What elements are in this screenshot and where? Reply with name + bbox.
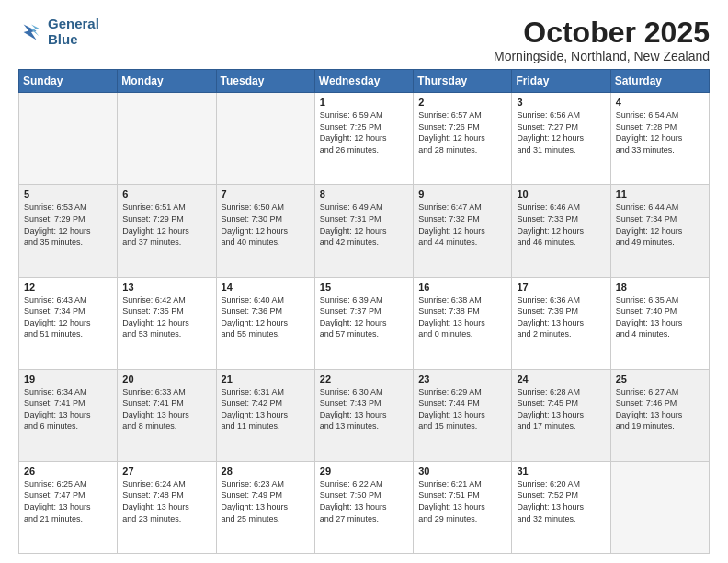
day-info: Sunrise: 6:27 AMSunset: 7:46 PMDaylight:… [616,386,704,432]
day-number: 1 [320,97,408,108]
logo-general: General [48,17,99,32]
header-saturday: Saturday [610,70,709,93]
day-number: 26 [24,465,112,477]
day-number: 23 [418,373,506,385]
calendar-week-row: 26Sunrise: 6:25 AMSunset: 7:47 PMDayligh… [19,461,710,553]
logo: General Blue [18,17,99,47]
table-row: 7Sunrise: 6:50 AMSunset: 7:30 PMDaylight… [216,185,314,277]
day-info: Sunrise: 6:43 AMSunset: 7:34 PMDaylight:… [24,294,112,340]
table-row: 19Sunrise: 6:34 AMSunset: 7:41 PMDayligh… [19,369,118,461]
day-info: Sunrise: 6:23 AMSunset: 7:49 PMDaylight:… [222,478,310,524]
page: General Blue October 2025 Morningside, N… [0,0,728,563]
day-info: Sunrise: 6:57 AMSunset: 7:26 PMDaylight:… [418,109,506,155]
table-row: 17Sunrise: 6:36 AMSunset: 7:39 PMDayligh… [512,277,610,369]
day-info: Sunrise: 6:46 AMSunset: 7:33 PMDaylight:… [517,201,605,247]
day-number: 12 [24,282,112,293]
day-info: Sunrise: 6:36 AMSunset: 7:39 PMDaylight:… [517,294,605,340]
header-wednesday: Wednesday [314,70,413,93]
day-number: 2 [418,97,506,108]
day-info: Sunrise: 6:49 AMSunset: 7:31 PMDaylight:… [320,201,408,247]
day-number: 22 [320,373,408,385]
day-number: 18 [616,282,704,293]
table-row: 3Sunrise: 6:56 AMSunset: 7:27 PMDaylight… [512,93,610,185]
day-info: Sunrise: 6:40 AMSunset: 7:36 PMDaylight:… [222,294,310,340]
day-info: Sunrise: 6:54 AMSunset: 7:28 PMDaylight:… [616,109,704,155]
day-number: 10 [517,189,605,200]
logo-icon [18,19,44,45]
table-row: 30Sunrise: 6:21 AMSunset: 7:51 PMDayligh… [414,461,512,553]
calendar-table: Sunday Monday Tuesday Wednesday Thursday… [18,69,710,554]
table-row: 20Sunrise: 6:33 AMSunset: 7:41 PMDayligh… [118,369,216,461]
calendar-header-row: Sunday Monday Tuesday Wednesday Thursday… [19,70,710,93]
day-info: Sunrise: 6:39 AMSunset: 7:37 PMDaylight:… [320,294,408,340]
table-row: 18Sunrise: 6:35 AMSunset: 7:40 PMDayligh… [610,277,709,369]
day-info: Sunrise: 6:59 AMSunset: 7:25 PMDaylight:… [320,109,408,155]
day-info: Sunrise: 6:53 AMSunset: 7:29 PMDaylight:… [24,201,112,247]
calendar-week-row: 1Sunrise: 6:59 AMSunset: 7:25 PMDaylight… [19,93,710,185]
day-info: Sunrise: 6:33 AMSunset: 7:41 PMDaylight:… [122,386,210,432]
table-row [118,93,216,185]
day-number: 3 [517,97,605,108]
day-info: Sunrise: 6:28 AMSunset: 7:45 PMDaylight:… [517,386,605,432]
day-info: Sunrise: 6:47 AMSunset: 7:32 PMDaylight:… [418,201,506,247]
day-number: 7 [222,189,310,200]
day-number: 31 [517,465,605,477]
day-info: Sunrise: 6:44 AMSunset: 7:34 PMDaylight:… [616,201,704,247]
day-number: 14 [222,282,310,293]
table-row: 2Sunrise: 6:57 AMSunset: 7:26 PMDaylight… [414,93,512,185]
day-info: Sunrise: 6:29 AMSunset: 7:44 PMDaylight:… [418,386,506,432]
table-row: 31Sunrise: 6:20 AMSunset: 7:52 PMDayligh… [512,461,610,553]
day-number: 11 [616,189,704,200]
day-number: 9 [418,189,506,200]
day-info: Sunrise: 6:24 AMSunset: 7:48 PMDaylight:… [122,478,210,524]
logo-blue: Blue [48,32,99,48]
day-info: Sunrise: 6:51 AMSunset: 7:29 PMDaylight:… [122,201,210,247]
day-info: Sunrise: 6:20 AMSunset: 7:52 PMDaylight:… [517,478,605,524]
day-number: 20 [122,373,210,385]
header: General Blue October 2025 Morningside, N… [18,17,710,63]
day-number: 27 [122,465,210,477]
table-row: 5Sunrise: 6:53 AMSunset: 7:29 PMDaylight… [19,185,118,277]
table-row: 25Sunrise: 6:27 AMSunset: 7:46 PMDayligh… [610,369,709,461]
day-number: 28 [222,465,310,477]
calendar-week-row: 12Sunrise: 6:43 AMSunset: 7:34 PMDayligh… [19,277,710,369]
header-friday: Friday [512,70,610,93]
table-row: 29Sunrise: 6:22 AMSunset: 7:50 PMDayligh… [314,461,413,553]
day-info: Sunrise: 6:25 AMSunset: 7:47 PMDaylight:… [24,478,112,524]
header-thursday: Thursday [414,70,512,93]
month-title: October 2025 [494,17,710,49]
day-info: Sunrise: 6:21 AMSunset: 7:51 PMDaylight:… [418,478,506,524]
day-number: 25 [616,373,704,385]
table-row: 13Sunrise: 6:42 AMSunset: 7:35 PMDayligh… [118,277,216,369]
day-number: 30 [418,465,506,477]
table-row: 4Sunrise: 6:54 AMSunset: 7:28 PMDaylight… [610,93,709,185]
day-info: Sunrise: 6:34 AMSunset: 7:41 PMDaylight:… [24,386,112,432]
table-row: 10Sunrise: 6:46 AMSunset: 7:33 PMDayligh… [512,185,610,277]
day-number: 16 [418,282,506,293]
day-number: 21 [222,373,310,385]
day-info: Sunrise: 6:22 AMSunset: 7:50 PMDaylight:… [320,478,408,524]
day-number: 4 [616,97,704,108]
calendar-week-row: 19Sunrise: 6:34 AMSunset: 7:41 PMDayligh… [19,369,710,461]
day-info: Sunrise: 6:50 AMSunset: 7:30 PMDaylight:… [222,201,310,247]
table-row: 28Sunrise: 6:23 AMSunset: 7:49 PMDayligh… [216,461,314,553]
table-row: 23Sunrise: 6:29 AMSunset: 7:44 PMDayligh… [414,369,512,461]
table-row: 27Sunrise: 6:24 AMSunset: 7:48 PMDayligh… [118,461,216,553]
day-number: 8 [320,189,408,200]
day-number: 29 [320,465,408,477]
day-number: 6 [122,189,210,200]
table-row: 24Sunrise: 6:28 AMSunset: 7:45 PMDayligh… [512,369,610,461]
table-row: 6Sunrise: 6:51 AMSunset: 7:29 PMDaylight… [118,185,216,277]
day-number: 19 [24,373,112,385]
day-info: Sunrise: 6:56 AMSunset: 7:27 PMDaylight:… [517,109,605,155]
table-row: 8Sunrise: 6:49 AMSunset: 7:31 PMDaylight… [314,185,413,277]
day-info: Sunrise: 6:38 AMSunset: 7:38 PMDaylight:… [418,294,506,340]
day-info: Sunrise: 6:30 AMSunset: 7:43 PMDaylight:… [320,386,408,432]
day-number: 15 [320,282,408,293]
header-monday: Monday [118,70,216,93]
day-number: 5 [24,189,112,200]
location-subtitle: Morningside, Northland, New Zealand [494,49,710,63]
table-row: 1Sunrise: 6:59 AMSunset: 7:25 PMDaylight… [314,93,413,185]
table-row: 14Sunrise: 6:40 AMSunset: 7:36 PMDayligh… [216,277,314,369]
header-tuesday: Tuesday [216,70,314,93]
